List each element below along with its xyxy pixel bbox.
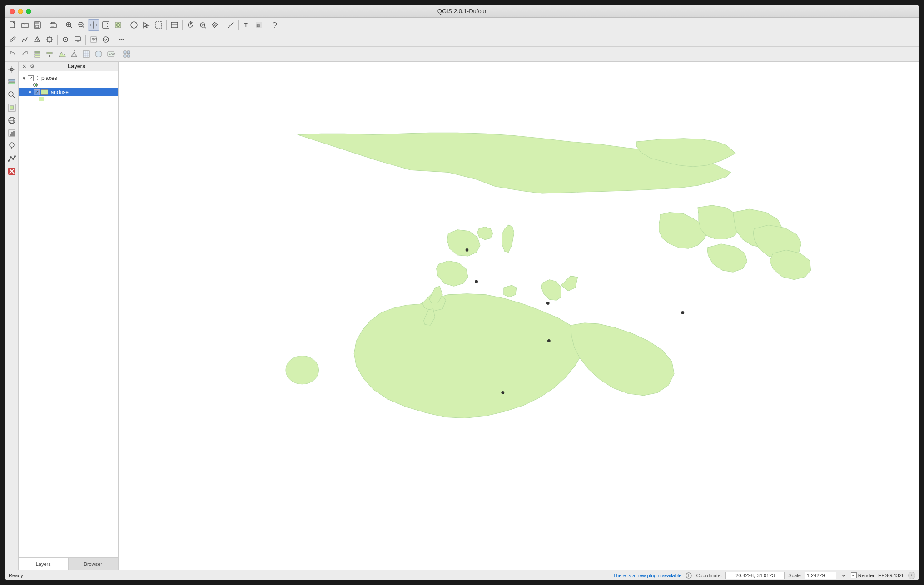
zoom-full-button[interactable] (100, 19, 112, 31)
titlebar-buttons (10, 9, 31, 14)
select-location-button[interactable] (209, 19, 221, 31)
measure-button[interactable] (225, 19, 237, 31)
save-project-button[interactable] (31, 19, 43, 31)
expand-panel-button[interactable]: ⚙ (29, 63, 36, 70)
svg-line-18 (104, 26, 105, 27)
move-feature-button[interactable] (44, 34, 55, 45)
pan-map-button[interactable] (88, 19, 99, 31)
toolbar-sep-7 (238, 20, 239, 30)
filter-button[interactable] (197, 19, 209, 31)
help-button[interactable] (269, 19, 281, 31)
plugin-manager-btn[interactable] (121, 48, 133, 60)
snap-button[interactable] (60, 34, 71, 45)
svg-line-19 (107, 26, 108, 27)
coordinate-value[interactable]: 20.4298,-34.0123 (725, 572, 785, 579)
titlebar: QGIS 2.0.1-Dufour (5, 5, 919, 18)
render-label: Render (858, 573, 874, 578)
red-x-button[interactable] (6, 165, 18, 177)
layers-tree: ▼ ⋮ places ▼ (19, 71, 118, 557)
layers-panel-header: ✕ ⚙ Layers (19, 62, 118, 71)
open-project-button[interactable] (19, 19, 31, 31)
open-attribute-table-button[interactable] (169, 19, 180, 31)
validate-button[interactable] (100, 34, 112, 45)
layer-item-landuse[interactable]: ▼ landuse (19, 88, 118, 96)
layers-icon-button[interactable] (6, 76, 18, 88)
layers-btn[interactable] (31, 48, 43, 60)
new-layer-btn[interactable] (44, 48, 55, 60)
add-vector-btn[interactable] (68, 48, 80, 60)
svg-rect-25 (171, 22, 178, 28)
edit-vertices-button[interactable] (19, 34, 31, 45)
redo-btn2[interactable] (19, 48, 31, 60)
svg-line-9 (70, 26, 72, 28)
deselect-all-button[interactable] (153, 19, 164, 31)
svg-rect-86 (11, 132, 13, 136)
tab-browser[interactable]: Browser (69, 558, 119, 570)
zoom-out-button[interactable] (75, 19, 87, 31)
landuse-checkbox[interactable] (34, 89, 40, 95)
svg-rect-75 (9, 79, 15, 81)
render-checkbox[interactable] (851, 572, 857, 578)
label-button[interactable]: T (241, 19, 253, 31)
annotation-button[interactable] (72, 34, 84, 45)
app-title: QGIS 2.0.1-Dufour (437, 8, 487, 15)
add-raster-btn[interactable] (80, 48, 92, 60)
plugin-icon (685, 572, 692, 579)
point-tool-button[interactable] (6, 64, 18, 75)
places-checkbox[interactable] (28, 75, 34, 81)
toolbar-sep-d2 (85, 35, 86, 45)
terrain-button[interactable]: ▦ (253, 19, 265, 31)
more-tools-button[interactable] (116, 34, 128, 45)
new-project-button[interactable] (7, 19, 19, 31)
close-panel-button[interactable]: ✕ (20, 63, 28, 70)
scale-value[interactable]: 1:24229 (805, 572, 836, 579)
select-button[interactable] (140, 19, 152, 31)
toolbar-sep-2 (61, 20, 61, 30)
island-small-1 (477, 227, 493, 240)
map-canvas[interactable] (119, 62, 919, 570)
stats-button[interactable] (6, 127, 18, 139)
places-icon: ⋮ (35, 75, 40, 81)
vertex-tool-button[interactable] (6, 153, 18, 164)
landuse-symbol-row (19, 97, 118, 101)
toolbar-sep-4 (166, 20, 167, 30)
island-mid-1 (447, 230, 480, 256)
place-dot-5 (502, 391, 504, 394)
identify-button[interactable]: i (128, 19, 140, 31)
projector-settings-button[interactable]: + (908, 572, 915, 579)
toolbar-sep-5 (182, 20, 183, 30)
add-feature-button[interactable] (31, 34, 43, 45)
open-field-btn[interactable] (56, 48, 68, 60)
landuse-symbol (39, 97, 44, 101)
layer-group-places-header[interactable]: ▼ ⋮ places (20, 74, 116, 82)
plugin-link[interactable]: There is a new plugin available (613, 573, 681, 578)
globe-button[interactable] (6, 114, 18, 126)
status-ready: Ready (9, 573, 36, 578)
overview-button[interactable] (6, 102, 18, 114)
edit-mode-button[interactable] (7, 34, 19, 45)
svg-rect-48 (75, 37, 80, 41)
zoom-layer-button[interactable] (112, 19, 124, 31)
map-svg (119, 62, 919, 570)
add-wms-btn[interactable]: WMS (105, 48, 117, 60)
zoom-in-button[interactable] (63, 19, 75, 31)
svg-line-36 (230, 25, 231, 26)
maximize-button[interactable] (26, 9, 31, 14)
tab-layers[interactable]: Layers (19, 558, 69, 570)
island-oval (286, 356, 319, 384)
print-composer-button[interactable] (47, 19, 59, 31)
island-narrow-2 (561, 276, 577, 291)
search-button[interactable] (6, 89, 18, 101)
field-calc-button[interactable]: f(x) (88, 34, 99, 45)
epsg-label: EPSG:4326 (878, 573, 904, 578)
minimize-button[interactable] (18, 9, 23, 14)
svg-line-78 (13, 96, 15, 98)
refresh-button[interactable] (184, 19, 196, 31)
scale-arrow-icon (840, 572, 847, 579)
layers-panel: ✕ ⚙ Layers ▼ ⋮ places (19, 62, 119, 570)
undo-btn2[interactable] (7, 48, 19, 60)
close-button[interactable] (10, 9, 15, 14)
add-postgis-btn[interactable] (93, 48, 104, 60)
svg-rect-20 (115, 22, 121, 28)
query-button[interactable] (6, 140, 18, 152)
